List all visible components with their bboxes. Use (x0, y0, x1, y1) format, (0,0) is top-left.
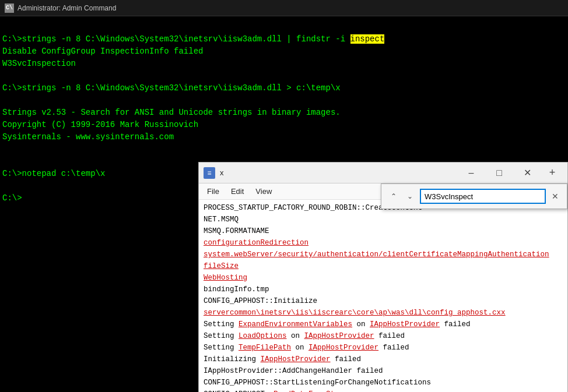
content-line-7: WebHosting (204, 272, 563, 284)
notepad-content: PROCESS_STARTUP_FACTORY_ROUND_ROBIN::Cre… (199, 200, 567, 392)
content-line-5: system.webServer/security/authentication… (204, 249, 563, 260)
content-line-8: bindingInfo.tmp (204, 284, 563, 295)
cmd-line-5 (2, 70, 566, 82)
notepad-icon: ≡ (204, 167, 215, 179)
title-bar: C\ Administrator: Admin Command (0, 0, 568, 16)
content-line-12: Setting LoadOptions on IAppHostProvider … (204, 330, 563, 342)
cmd-terminal: C:\>strings -n 8 C:\Windows\System32\ine… (0, 16, 568, 392)
content-line-6: fileSize (204, 260, 563, 272)
app-icon: C\ (5, 3, 14, 13)
content-line-13: Setting TempFilePath on IAppHostProvider… (204, 342, 563, 354)
content-line-10: servercommon\inetsrv\iis\iiscrearc\core\… (204, 307, 563, 319)
find-bar: ⌃ ⌄ ✕ (381, 183, 567, 209)
window-title: Administrator: Admin Command (17, 4, 116, 12)
content-line-3: MSMQ.FORMATNAME (204, 225, 563, 237)
new-tab-button[interactable]: + (542, 165, 563, 181)
content-line-9: CONFIG_APPHOST::Initialize (204, 295, 563, 307)
notepad-titlebar: ≡ x – □ ✕ + (199, 163, 567, 183)
menu-edit[interactable]: Edit (226, 186, 248, 197)
content-line-16: CONFIG_APPHOST::StartListeningForChangeN… (204, 377, 563, 389)
close-button[interactable]: ✕ (514, 165, 541, 181)
cmd-line-2: C:\>strings -n 8 C:\Windows\System32\ine… (2, 33, 566, 45)
find-prev-button[interactable]: ⌃ (387, 190, 400, 203)
cmd-line-6: C:\>strings -n 8 C:\Windows\System32\ine… (2, 82, 566, 94)
cmd-line-8: Strings v2.53 - Search for ANSI and Unic… (2, 107, 566, 119)
content-line-14: Initializing IAppHostProvider failed (204, 354, 563, 365)
cmd-line-7 (2, 94, 566, 107)
highlight-inspect: inspect (350, 34, 385, 44)
minimize-button[interactable]: – (458, 165, 485, 181)
notepad-tab-name: x (220, 168, 458, 177)
cmd-line-1 (2, 21, 566, 33)
find-close-button[interactable]: ✕ (549, 190, 561, 202)
find-next-button[interactable]: ⌄ (404, 190, 416, 203)
cmd-line-4: W3SvcInspection (2, 58, 566, 70)
cmd-line-11 (2, 143, 566, 156)
menu-view[interactable]: View (251, 186, 276, 197)
content-line-15: IAppHostProvider::AddChangeHandler faile… (204, 365, 563, 377)
menu-file[interactable]: File (202, 186, 224, 197)
maximize-button[interactable]: □ (486, 165, 513, 181)
cmd-line-9: Copyright (C) 1999-2016 Mark Russinovich (2, 119, 566, 131)
notepad-window: ≡ x – □ ✕ + File Edit View ⌃ ⌄ ✕ PROCESS… (198, 162, 568, 392)
notepad-controls: – □ ✕ + (458, 165, 563, 181)
content-line-2: NET.MSMQ (204, 214, 563, 225)
content-line-17: CONFIG_APPHOST::ReadDataFromStore (204, 389, 563, 392)
cmd-line-10: Sysinternals - www.sysinternals.com (2, 131, 566, 143)
cmd-line-3: Disable ConfigGroup InspectionInfo faile… (2, 45, 566, 58)
content-line-4: configurationRedirection (204, 237, 563, 249)
find-input[interactable] (420, 189, 546, 204)
content-line-11: Setting ExpandEnvironmentVariables on IA… (204, 319, 563, 330)
